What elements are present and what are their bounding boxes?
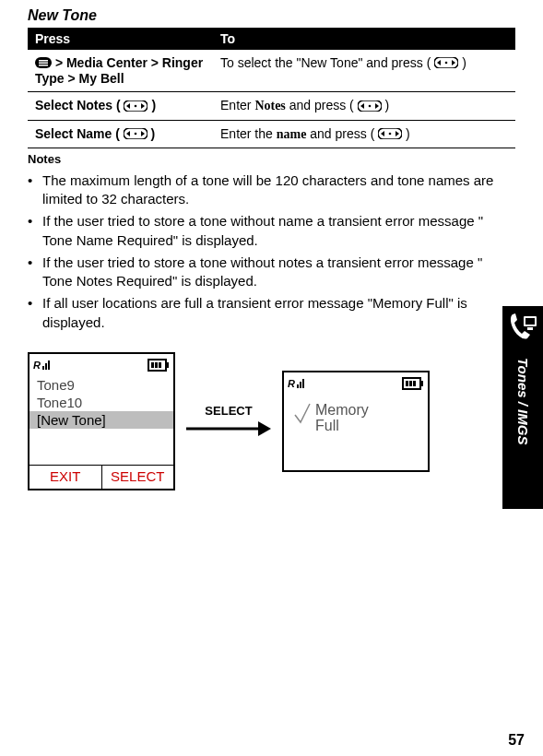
nav-key-icon [358,100,382,114]
softkey-select[interactable]: SELECT [102,466,174,489]
side-tab-label: Tones / IMGS [515,358,531,444]
svg-rect-35 [525,318,535,325]
svg-rect-16 [45,363,47,370]
svg-rect-26 [297,384,299,388]
softkey-exit[interactable]: EXIT [30,466,101,489]
svg-rect-15 [42,366,44,370]
svg-point-5 [445,62,448,65]
svg-text:R: R [33,360,41,371]
notes-header: Notes [28,152,515,166]
to-text-pre: Enter the [220,126,277,141]
list-item: If all user locations are full a transie… [28,294,515,332]
nav-key-icon [124,127,148,142]
svg-rect-21 [155,362,158,368]
list-item: If the user tried to store a tone withou… [28,212,515,250]
signal-icon: R [288,377,308,390]
check-icon [293,402,312,431]
nav-key-icon [434,56,458,71]
list-item: Tone10 [37,394,166,411]
battery-icon [148,359,170,372]
notes-list: The maximum length of a tone will be 120… [28,171,515,332]
list-item: The maximum length of a tone will be 120… [28,171,515,209]
to-text-mid: and press ( [286,98,358,112]
to-text-post: ) [385,98,390,112]
press-text: Select Notes ( [35,98,124,112]
to-serif: name [277,127,307,141]
press-text-close: ) [151,98,156,112]
svg-rect-20 [151,362,154,368]
battery-icon [402,377,424,390]
instruction-table: Press To > Media Center > Ringer Type > … [28,28,515,148]
svg-rect-33 [413,381,416,386]
svg-rect-30 [420,381,423,386]
svg-rect-32 [409,381,412,386]
section-title: New Tone [28,7,515,24]
svg-rect-17 [48,360,50,370]
table-row: > Media Center > Ringer Type > My Bell T… [28,50,515,92]
table-row: Select Name ( ) Enter the name and press… [28,120,515,148]
th-press: Press [28,28,213,50]
svg-rect-2 [39,63,48,65]
to-text-pre: Enter [220,98,254,112]
mockup-row: R Tone9 Tone10 [New Tone] EXIT SELECT SE… [28,352,515,490]
to-text-pre: To select the "New Tone" and press ( [220,55,434,70]
menu-key-icon [35,56,52,71]
svg-rect-3 [39,65,48,66]
table-row: Select Notes ( ) Enter Notes and press (… [28,92,515,120]
svg-rect-28 [302,379,304,388]
arrow-right-icon [186,419,271,438]
svg-rect-36 [527,327,533,330]
list-item: If the user tried to store a tone withou… [28,254,515,291]
phone-screen-list: R Tone9 Tone10 [New Tone] EXIT SELECT [28,352,175,490]
arrow-block: SELECT [186,404,271,438]
phone-screen-memory-full: R Memory Full [282,371,430,472]
to-text-mid: and press ( [306,126,374,141]
arrow-label: SELECT [205,404,252,418]
list-item: Tone9 [37,376,166,394]
side-tab: Tones / IMGS [502,306,543,509]
svg-point-7 [135,104,137,107]
page-number: 57 [508,732,525,749]
press-text-close: ) [151,126,156,141]
svg-marker-24 [258,421,271,436]
press-text: > Media Center > Ringer Type > My Bell [35,55,203,86]
svg-text:R: R [288,378,295,389]
nav-key-icon [124,100,148,114]
nav-key-icon [378,127,402,142]
memory-full-line2: Full [315,418,339,433]
to-text-post: ) [462,55,466,70]
svg-rect-31 [406,381,408,386]
signal-icon: R [33,359,53,372]
press-text: Select Name ( [35,126,124,141]
phone-computer-icon [502,306,543,347]
svg-rect-19 [166,362,169,368]
svg-point-13 [389,133,392,136]
memory-full-line1: Memory [315,402,369,418]
to-text-post: ) [406,126,410,141]
th-to: To [213,28,515,50]
svg-rect-1 [39,60,48,62]
to-serif: Notes [254,99,285,112]
svg-rect-22 [159,362,161,368]
svg-point-11 [134,133,136,136]
svg-rect-27 [300,382,301,388]
list-item-selected: [New Tone] [30,411,173,429]
svg-point-9 [368,104,371,107]
